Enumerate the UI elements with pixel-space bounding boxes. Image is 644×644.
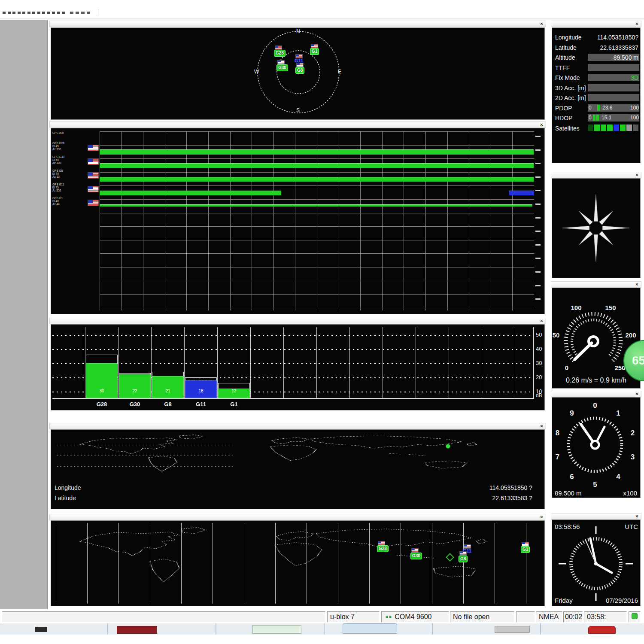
statusbar-link bbox=[629, 611, 641, 623]
flag-canton bbox=[297, 63, 300, 65]
signal-chart-titlebar[interactable]: ✕ bbox=[49, 318, 546, 324]
y-tick-label: 20 bbox=[536, 374, 542, 380]
satellite-marker: G28 bbox=[274, 50, 286, 57]
data-view-titlebar[interactable]: ✕ bbox=[551, 21, 641, 27]
compass-titlebar[interactable]: ✕ bbox=[551, 172, 641, 178]
close-icon[interactable]: ✕ bbox=[539, 319, 544, 324]
satellite-marker: G8 bbox=[295, 67, 304, 74]
compass-point bbox=[579, 231, 592, 245]
flag-canton bbox=[88, 145, 93, 148]
toolbar-button[interactable] bbox=[62, 12, 65, 14]
taskbar-item[interactable] bbox=[495, 626, 530, 633]
bar-category-label: G30 bbox=[119, 401, 151, 407]
clock-zone: UTC bbox=[601, 523, 638, 530]
data-view-panel: Longitude114.05351850?Latitude22.6133358… bbox=[552, 27, 641, 163]
us-flag-icon bbox=[522, 542, 529, 546]
statusbar-counter1: 00:02: bbox=[563, 611, 583, 623]
bar-category-label: G1 bbox=[218, 401, 250, 407]
altitude-value: 89.500 m bbox=[555, 489, 582, 497]
com-port-icon: ◄► bbox=[384, 614, 393, 619]
sky-view-titlebar[interactable]: ✕ bbox=[49, 21, 546, 27]
flag-canton bbox=[88, 159, 93, 162]
flag-canton bbox=[275, 46, 278, 48]
toolbar-button[interactable] bbox=[47, 12, 50, 14]
map1-longitude-label: Longitude bbox=[55, 484, 81, 491]
statusbar-file[interactable]: No file open bbox=[450, 611, 514, 623]
close-icon[interactable]: ✕ bbox=[634, 21, 640, 27]
message-tree-sidebar[interactable] bbox=[0, 20, 48, 609]
close-icon[interactable]: ✕ bbox=[634, 514, 640, 519]
toolbar-button[interactable] bbox=[76, 12, 79, 14]
clock-titlebar[interactable]: ✕ bbox=[551, 513, 641, 519]
y-tick-label: 50 bbox=[536, 331, 542, 338]
taskbar-strip[interactable] bbox=[0, 623, 644, 635]
altitude-dial-titlebar[interactable]: ✕ bbox=[551, 391, 641, 397]
statusbar-protocol[interactable]: NMEA bbox=[536, 611, 562, 623]
signal-history-bar bbox=[100, 163, 534, 168]
data-row-value: 114.05351850? bbox=[588, 34, 638, 41]
speedometer-titlebar[interactable]: ✕ bbox=[551, 281, 641, 288]
data-row-label: Fix Mode bbox=[555, 74, 580, 81]
compass-point bbox=[599, 211, 613, 225]
map1-latitude-value: 22.61333583 ? bbox=[447, 495, 532, 501]
signal-history-bar bbox=[100, 177, 534, 182]
altitude-dial: 0123456789 bbox=[552, 397, 641, 498]
toolbar-button[interactable] bbox=[12, 12, 15, 14]
toolbar-button[interactable] bbox=[3, 12, 6, 14]
satellite-marker: G28 bbox=[377, 545, 389, 552]
data-row-bar bbox=[588, 94, 639, 101]
data-row-label: 2D Acc. [m] bbox=[555, 94, 586, 101]
coastline bbox=[179, 435, 203, 439]
statusbar-device[interactable]: u-blox 7 bbox=[327, 611, 380, 623]
close-icon[interactable]: ✕ bbox=[634, 392, 640, 397]
map-position-titlebar[interactable]: ✕ bbox=[49, 423, 546, 429]
close-icon[interactable]: ✕ bbox=[539, 122, 544, 128]
bar-value-label: 18 bbox=[185, 389, 217, 393]
satellite-cell bbox=[620, 125, 626, 131]
toolbar-button[interactable] bbox=[57, 12, 60, 14]
map-satellites-titlebar[interactable]: ✕ bbox=[49, 514, 546, 520]
port-label: COM4 9600 bbox=[395, 613, 431, 620]
data-row-label: HDOP bbox=[555, 115, 572, 122]
toolbar-button[interactable] bbox=[32, 12, 35, 14]
toolbar[interactable] bbox=[0, 9, 644, 18]
taskbar-item[interactable] bbox=[343, 623, 397, 634]
taskbar-item[interactable] bbox=[117, 626, 157, 634]
us-flag-icon bbox=[88, 200, 99, 206]
close-icon[interactable]: ✕ bbox=[634, 282, 640, 287]
data-row-label: Satellites bbox=[555, 125, 580, 132]
bar-value-label: 22 bbox=[119, 389, 151, 393]
y-tick-label: 40 bbox=[536, 346, 542, 352]
toolbar-button[interactable] bbox=[87, 12, 90, 14]
bar-category-label: G28 bbox=[86, 401, 118, 407]
toolbar-button[interactable] bbox=[52, 12, 55, 14]
toolbar-button[interactable] bbox=[27, 12, 30, 14]
close-icon[interactable]: ✕ bbox=[539, 515, 544, 520]
close-icon[interactable]: ✕ bbox=[539, 424, 544, 429]
toolbar-button[interactable] bbox=[70, 12, 73, 14]
taskbar-item[interactable] bbox=[252, 625, 301, 634]
signal-history-bar bbox=[509, 191, 534, 195]
dop-max: 100 bbox=[621, 115, 639, 121]
taskbar-item[interactable] bbox=[35, 627, 47, 632]
link-status-icon bbox=[632, 613, 638, 619]
cardinal-south: S bbox=[296, 107, 300, 113]
satellite-cell bbox=[614, 125, 619, 131]
bar bbox=[119, 374, 151, 398]
us-flag-icon bbox=[459, 551, 467, 556]
bar bbox=[152, 376, 184, 398]
toolbar-button[interactable] bbox=[18, 12, 21, 14]
signal-history-titlebar[interactable]: ✕ bbox=[49, 122, 546, 128]
toolbar-button[interactable] bbox=[8, 12, 11, 14]
y-axis-line bbox=[533, 327, 534, 399]
dop-mark bbox=[597, 105, 600, 111]
toolbar-button[interactable] bbox=[42, 12, 45, 14]
statusbar-port[interactable]: ◄► COM4 9600 bbox=[381, 611, 449, 623]
toolbar-button[interactable] bbox=[22, 12, 25, 14]
toolbar-button[interactable] bbox=[81, 12, 85, 14]
close-icon[interactable]: ✕ bbox=[634, 173, 640, 178]
taskbar-item[interactable] bbox=[588, 626, 616, 634]
toolbar-button[interactable] bbox=[37, 12, 40, 14]
close-icon[interactable]: ✕ bbox=[539, 21, 544, 27]
flag-canton bbox=[88, 186, 93, 189]
